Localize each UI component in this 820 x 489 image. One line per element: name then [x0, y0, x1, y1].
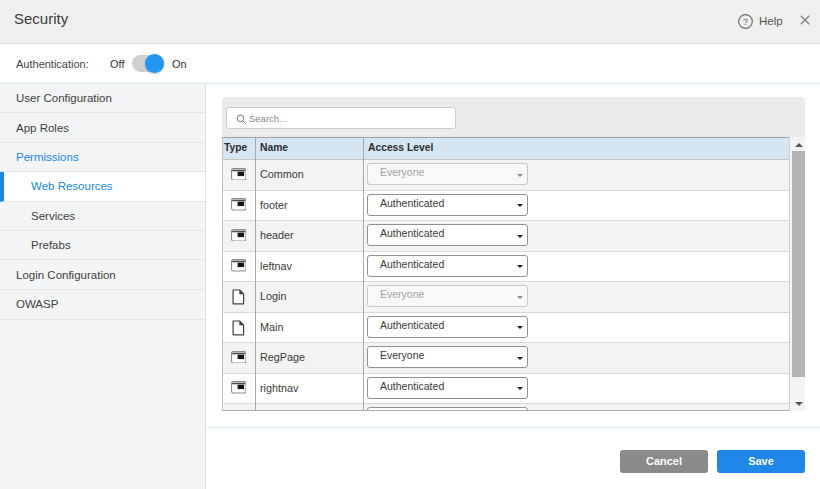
svg-text:?: ? — [742, 16, 747, 27]
